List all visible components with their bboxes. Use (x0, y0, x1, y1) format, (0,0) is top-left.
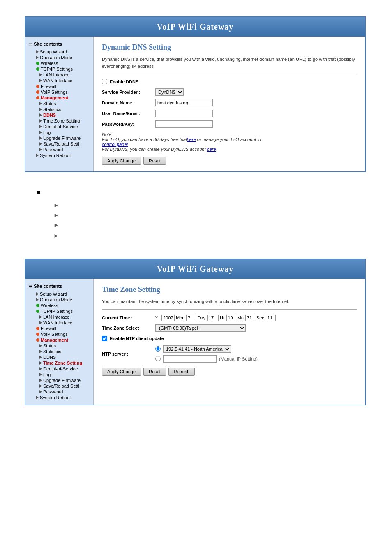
time-fields: Yr Mon Day Hr Mn Sec (155, 314, 276, 321)
ntp-radio-manual: (Manual IP Setting) (155, 355, 258, 363)
dyndns-link[interactable]: here (207, 147, 216, 152)
ntp-options: 192.5.41.41 - North America 129.6.15.28 … (155, 345, 258, 363)
sidebar-item-operation-mode[interactable]: Operation Mode (29, 55, 90, 60)
enable-ddns-checkbox[interactable] (102, 79, 107, 84)
sidebar-item-voip[interactable]: VoIP Settings (29, 89, 90, 95)
tzo-trial-link[interactable]: here (187, 137, 196, 142)
username-label: User Name/Email: (102, 111, 155, 116)
sidebar-item-status[interactable]: Status (29, 101, 90, 106)
sidebar2-item-upgrade[interactable]: Upgrade Firmware (29, 377, 90, 383)
sidebar-item-setup-wizard[interactable]: Setup Wizard (29, 49, 90, 55)
sidebar2-item-reboot[interactable]: System Reboot (29, 395, 90, 400)
enable-ntp-label: Enable NTP client update (110, 336, 164, 341)
sidebar2-item-lan[interactable]: LAN Interace (29, 314, 90, 320)
sidebar-item-timezone[interactable]: Time Zone Setting (29, 118, 90, 124)
ntp-radio-auto-input[interactable] (155, 346, 161, 352)
sidebar2-item-wireless[interactable]: Wireless (29, 303, 90, 308)
ntp-server-label: NTP server : (102, 352, 155, 356)
sidebar-item-tcpip[interactable]: TCP/IP Settings (29, 66, 90, 72)
apply-change-button-2[interactable]: Apply Change (102, 368, 141, 376)
sidebar2-item-voip[interactable]: VoIP Settings (29, 331, 90, 337)
ddns-title: Dynamic DNS Setting (102, 43, 357, 52)
current-time-label: Current Time : (102, 315, 155, 320)
enable-ntp-row: Enable NTP client update (102, 336, 357, 341)
enable-ddns-row: Enable DDNS (102, 79, 357, 84)
sidebar-1: ≡ Site contents Setup Wizard Operation M… (25, 37, 93, 171)
ntp-radio-manual-input[interactable] (155, 356, 161, 361)
password-input[interactable] (155, 120, 213, 128)
sidebar2-item-log[interactable]: Log (29, 372, 90, 377)
domain-name-input[interactable] (155, 99, 213, 106)
sidebar-item-wireless[interactable]: Wireless (29, 60, 90, 66)
manual-ip-label: (Manual IP Setting) (219, 356, 258, 361)
enable-ddns-label: Enable DDNS (110, 79, 138, 84)
sidebar-item-management[interactable]: Management (29, 95, 90, 101)
sidebar-title-2: ≡ Site contents (29, 283, 90, 289)
ntp-radio-auto: 192.5.41.41 - North America 129.6.15.28 … (155, 345, 258, 353)
middle-section: ■ ► ► ► ► (25, 185, 367, 246)
day-input[interactable] (207, 314, 219, 321)
gateway-header-1: VoIP WiFi Gateway (25, 17, 365, 37)
sidebar-item-ddns[interactable]: DDNS (29, 112, 90, 118)
sidebar2-item-operation-mode[interactable]: Operation Mode (29, 297, 90, 303)
sidebar-item-lan[interactable]: LAN Interace (29, 72, 90, 78)
hr-input[interactable] (226, 314, 236, 321)
username-input[interactable] (155, 110, 213, 117)
ddns-button-row: Apply Change Reset (102, 157, 357, 165)
ntp-manual-input[interactable] (163, 355, 217, 363)
timezone-select-label: Time Zone Select : (102, 326, 155, 331)
sidebar-item-dos[interactable]: Denial-of-Service (29, 124, 90, 130)
mon-label: Mon (176, 315, 184, 320)
control-panel-link[interactable]: control panel (102, 142, 128, 147)
sidebar2-item-status[interactable]: Status (29, 343, 90, 349)
sidebar2-item-tcpip[interactable]: TCP/IP Settings (29, 308, 90, 314)
apply-change-button-1[interactable]: Apply Change (102, 157, 141, 165)
arrow-right-icon-4: ► (53, 232, 59, 239)
sidebar-title-1: ≡ Site contents (29, 41, 90, 47)
service-provider-select[interactable]: DynDNS TZO (155, 88, 184, 96)
sidebar2-item-dos[interactable]: Denial-of-Service (29, 366, 90, 372)
arrow-right-icon-3: ► (53, 222, 59, 228)
sidebar2-item-savereload[interactable]: Save/Reload Setti.. (29, 383, 90, 389)
current-time-row: Current Time : Yr Mon Day Hr Mn Sec (102, 314, 357, 321)
sidebar-item-password[interactable]: Password (29, 147, 90, 153)
sidebar-item-reboot[interactable]: System Reboot (29, 153, 90, 158)
timezone-description: You can maintain the system time by sync… (102, 298, 357, 310)
arrow-right-icon-1: ► (53, 202, 59, 208)
sidebar-item-log[interactable]: Log (29, 130, 90, 135)
yr-input[interactable] (161, 314, 175, 321)
password-row: Password/Key: (102, 120, 357, 128)
domain-name-row: Domain Name : (102, 99, 357, 106)
sec-label: Sec (256, 315, 264, 320)
mn-label: Mn (238, 315, 244, 320)
ntp-server-select[interactable]: 192.5.41.41 - North America 129.6.15.28 … (163, 345, 231, 353)
sidebar2-item-firewall[interactable]: Firewall (29, 326, 90, 331)
sidebar2-item-setup-wizard[interactable]: Setup Wizard (29, 291, 90, 297)
sidebar2-item-wan[interactable]: WAN Interface (29, 320, 90, 326)
sec-input[interactable] (266, 314, 276, 321)
sidebar-item-statistics[interactable]: Statistics (29, 106, 90, 112)
refresh-button[interactable]: Refresh (168, 368, 195, 376)
day-label: Day (197, 315, 205, 320)
sidebar2-item-statistics[interactable]: Statistics (29, 349, 90, 354)
service-provider-label: Service Provider : (102, 90, 155, 95)
sidebar-item-savereload[interactable]: Save/Reload Setti.. (29, 141, 90, 147)
ntp-server-row: NTP server : 192.5.41.41 - North America… (102, 345, 357, 363)
bullet-item-1: ► (45, 202, 367, 208)
username-row: User Name/Email: (102, 110, 357, 117)
enable-ntp-checkbox[interactable] (102, 336, 107, 341)
sidebar2-item-timezone[interactable]: Time Zone Setting (29, 360, 90, 366)
sidebar2-item-password[interactable]: Password (29, 389, 90, 395)
sidebar-item-upgrade[interactable]: Upgrade Firmware (29, 135, 90, 141)
reset-button-1[interactable]: Reset (143, 157, 166, 165)
timezone-select[interactable]: (GMT+08:00)Taipei (GMT+00:00)UTC (GMT-05… (155, 324, 246, 332)
reset-button-2[interactable]: Reset (143, 368, 166, 376)
sidebar2-item-management[interactable]: Management (29, 337, 90, 343)
sidebar-item-firewall[interactable]: Firewall (29, 83, 90, 89)
mn-input[interactable] (245, 314, 255, 321)
mon-input[interactable] (186, 314, 196, 321)
password-label: Password/Key: (102, 122, 155, 127)
sidebar-item-wan[interactable]: WAN Interface (29, 78, 90, 83)
sidebar2-item-ddns[interactable]: DDNS (29, 354, 90, 360)
gateway-header-2: VoIP WiFi Gateway (25, 259, 365, 279)
